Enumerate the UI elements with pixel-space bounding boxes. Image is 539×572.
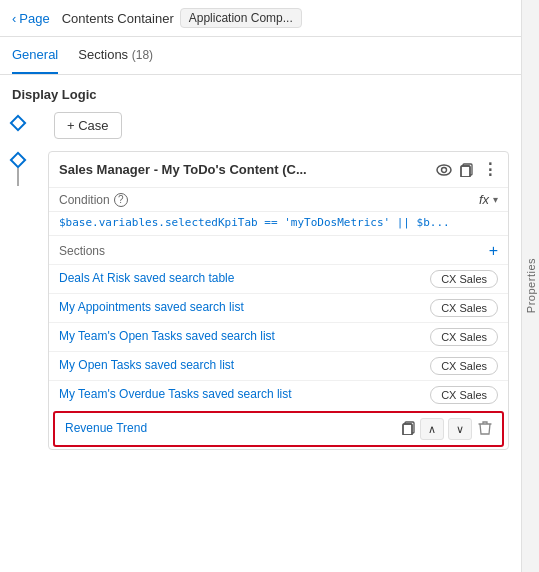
copy-row-icon[interactable] <box>402 421 416 438</box>
tab-general[interactable]: General <box>12 37 58 74</box>
cx-badge[interactable]: CX Sales <box>430 386 498 404</box>
list-item-revenue: Revenue Trend ∧ <box>53 411 504 447</box>
card-row: Sales Manager - My ToDo's Content (C... <box>12 151 509 450</box>
cx-badge[interactable]: CX Sales <box>430 328 498 346</box>
right-sidebar: Properties <box>521 0 539 572</box>
row-actions: ∧ ∨ <box>402 418 492 440</box>
diamond-icon <box>10 115 27 132</box>
condition-value: $base.variables.selectedKpiTab == 'myToD… <box>49 212 508 236</box>
fx-area: fx ▾ <box>479 192 498 207</box>
svg-point-0 <box>437 165 451 175</box>
body-area: Display Logic + Case Sales Manager - My … <box>0 75 521 572</box>
svg-rect-6 <box>403 424 412 435</box>
breadcrumb-back[interactable]: ‹ Page <box>12 11 50 26</box>
eye-icon[interactable] <box>436 164 452 176</box>
breadcrumb-bar: ‹ Page Contents Container Application Co… <box>0 0 521 37</box>
section-name[interactable]: My Team's Overdue Tasks saved search lis… <box>59 387 430 403</box>
card-title: Sales Manager - My ToDo's Content (C... <box>59 162 436 177</box>
more-icon[interactable]: ⋮ <box>482 160 498 179</box>
main-content: ‹ Page Contents Container Application Co… <box>0 0 521 572</box>
card-condition-row: Condition ? fx ▾ <box>49 188 508 212</box>
delete-icon[interactable] <box>478 420 492 439</box>
list-item: Deals At Risk saved search table CX Sale… <box>49 264 508 293</box>
svg-rect-3 <box>461 166 470 177</box>
cx-badge[interactable]: CX Sales <box>430 299 498 317</box>
tab-sections[interactable]: Sections (18) <box>78 37 153 74</box>
down-arrow-icon: ∨ <box>456 423 464 436</box>
svg-point-1 <box>442 167 447 172</box>
sections-header: Sections + <box>49 236 508 264</box>
help-icon[interactable]: ? <box>114 193 128 207</box>
copy-icon[interactable] <box>460 163 474 177</box>
back-chevron-icon: ‹ <box>12 11 16 26</box>
cx-badge[interactable]: CX Sales <box>430 357 498 375</box>
card-diamond-icon <box>10 152 27 169</box>
fx-label: fx <box>479 192 489 207</box>
add-section-icon[interactable]: + <box>489 242 498 260</box>
display-logic-title: Display Logic <box>12 87 509 102</box>
move-down-button[interactable]: ∨ <box>448 418 472 440</box>
list-item: My Team's Open Tasks saved search list C… <box>49 322 508 351</box>
list-item: My Open Tasks saved search list CX Sales <box>49 351 508 380</box>
tabs-bar: General Sections (18) <box>0 37 521 75</box>
case-row: + Case <box>12 112 509 139</box>
section-name[interactable]: My Open Tasks saved search list <box>59 358 430 374</box>
section-name[interactable]: My Appointments saved search list <box>59 300 430 316</box>
breadcrumb-back-label[interactable]: Page <box>19 11 49 26</box>
list-item: My Appointments saved search list CX Sal… <box>49 293 508 322</box>
card-icons: ⋮ <box>436 160 498 179</box>
section-name[interactable]: Deals At Risk saved search table <box>59 271 430 287</box>
display-logic-section: Display Logic + Case <box>12 87 509 139</box>
tab-sections-badge: (18) <box>132 48 153 62</box>
card: Sales Manager - My ToDo's Content (C... <box>48 151 509 450</box>
sidebar-label: Properties <box>525 258 537 313</box>
breadcrumb-current: Contents Container <box>62 11 174 26</box>
chevron-down-icon[interactable]: ▾ <box>493 194 498 205</box>
sections-label: Sections <box>59 244 105 258</box>
list-item: My Team's Overdue Tasks saved search lis… <box>49 380 508 409</box>
revenue-section-name[interactable]: Revenue Trend <box>65 421 402 437</box>
breadcrumb-tag[interactable]: Application Comp... <box>180 8 302 28</box>
case-button[interactable]: + Case <box>54 112 122 139</box>
up-arrow-icon: ∧ <box>428 423 436 436</box>
cx-badge[interactable]: CX Sales <box>430 270 498 288</box>
condition-label: Condition ? <box>59 193 128 207</box>
card-header: Sales Manager - My ToDo's Content (C... <box>49 152 508 188</box>
section-name[interactable]: My Team's Open Tasks saved search list <box>59 329 430 345</box>
move-up-button[interactable]: ∧ <box>420 418 444 440</box>
